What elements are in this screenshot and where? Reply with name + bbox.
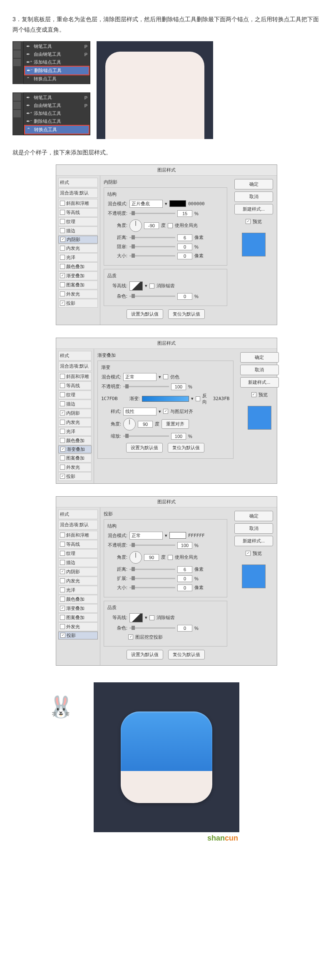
chk-outer-glow[interactable]: 外发光 — [58, 463, 92, 472]
chk-contour-sub[interactable]: 等高线 — [58, 208, 98, 217]
styles-header[interactable]: 样式 — [58, 351, 92, 361]
chk-bevel[interactable]: 斜面和浮雕 — [58, 372, 92, 381]
chk-inner-glow[interactable]: 内发光 — [58, 244, 98, 253]
checkbox-icon[interactable]: ✓ — [128, 634, 133, 639]
spread-slider[interactable] — [129, 578, 175, 579]
opacity-slider[interactable] — [129, 213, 175, 214]
checkbox-icon[interactable] — [196, 396, 200, 401]
chk-drop-shadow[interactable]: ✓投影 — [58, 299, 98, 308]
styles-header[interactable]: 样式 — [58, 178, 98, 187]
size-slider[interactable] — [129, 587, 175, 588]
new-style-button[interactable]: 新建样式... — [234, 204, 273, 214]
chk-inner-glow[interactable]: 内发光 — [58, 418, 92, 427]
set-default-button[interactable]: 设置为默认值 — [127, 650, 163, 659]
chk-grad-overlay[interactable]: ✓渐变叠加 — [58, 445, 92, 453]
chk-texture-sub[interactable]: 纹理 — [58, 549, 98, 558]
size-slider[interactable] — [129, 255, 175, 256]
chk-stroke[interactable]: 描边 — [58, 558, 98, 567]
scale-value[interactable]: 100 — [171, 433, 186, 440]
chk-inner-shadow[interactable]: ✓内阴影 — [58, 409, 92, 418]
chk-texture-sub[interactable]: 纹理 — [58, 217, 98, 226]
chk-contour-sub[interactable]: 等高线 — [58, 381, 92, 390]
reset-default-button[interactable]: 复位为默认值 — [168, 443, 204, 453]
chk-contour-sub[interactable]: 等高线 — [58, 540, 98, 549]
chk-outer-glow[interactable]: 外发光 — [58, 290, 98, 298]
noise-value[interactable]: 0 — [177, 293, 192, 300]
checkbox-icon[interactable] — [149, 284, 154, 289]
blend-default[interactable]: 混合选项:默认 — [58, 361, 92, 371]
chk-bevel[interactable]: 斜面和浮雕 — [58, 531, 98, 540]
delete-anchor[interactable]: ✒⁻删除锚点工具 — [25, 117, 89, 125]
opacity-value[interactable]: 100 — [177, 542, 192, 549]
opacity-slider[interactable] — [123, 386, 169, 387]
chk-satin[interactable]: 光泽 — [58, 586, 98, 594]
noise-slider[interactable] — [129, 627, 175, 629]
gradient-picker[interactable] — [142, 396, 189, 402]
checkbox-icon[interactable] — [163, 374, 168, 379]
chk-drop-shadow[interactable]: ✓投影 — [58, 472, 92, 481]
pen-tool[interactable]: ✒钢笔工具P — [25, 42, 89, 50]
add-anchor[interactable]: ✒⁺添加锚点工具 — [25, 109, 89, 117]
ok-button[interactable]: 确定 — [240, 352, 279, 363]
cancel-button[interactable]: 取消 — [234, 523, 273, 534]
opacity-value[interactable]: 100 — [171, 383, 186, 390]
checkbox-icon[interactable]: ✓ — [251, 392, 256, 397]
color-swatch[interactable] — [169, 200, 186, 207]
ok-button[interactable]: 确定 — [234, 511, 273, 521]
convert-point[interactable]: ⌃转换点工具 — [25, 75, 89, 83]
freeform-pen[interactable]: ✒自由钢笔工具P — [25, 102, 89, 109]
angle-value[interactable]: 90 — [138, 421, 153, 428]
reset-default-button[interactable]: 复位为默认值 — [168, 309, 205, 319]
style-select[interactable]: 线性 — [123, 408, 157, 415]
checkbox-icon[interactable]: ✓ — [246, 551, 251, 556]
scale-slider[interactable] — [123, 435, 169, 437]
set-default-button[interactable]: 设置为默认值 — [127, 309, 163, 319]
angle-value[interactable]: -90 — [144, 222, 159, 229]
dist-slider[interactable] — [129, 569, 175, 570]
chk-outer-glow[interactable]: 外发光 — [58, 622, 98, 631]
blend-default[interactable]: 混合选项:默认 — [58, 520, 98, 530]
chk-satin[interactable]: 光泽 — [58, 427, 92, 436]
choke-value[interactable]: 0 — [177, 244, 192, 250]
opacity-value[interactable]: 15 — [177, 210, 192, 217]
noise-value[interactable]: 0 — [177, 625, 192, 632]
color-swatch[interactable] — [169, 532, 186, 539]
chk-color-overlay[interactable]: 颜色叠加 — [58, 595, 98, 604]
ok-button[interactable]: 确定 — [234, 179, 273, 189]
freeform-pen[interactable]: ✒自由钢笔工具P — [25, 50, 89, 58]
chk-stroke[interactable]: 描边 — [58, 226, 98, 235]
checkbox-icon[interactable] — [168, 555, 173, 560]
reset-align-button[interactable]: 重置对齐 — [162, 419, 189, 429]
chk-color-overlay[interactable]: 颜色叠加 — [58, 436, 92, 445]
new-style-button[interactable]: 新建样式... — [240, 377, 279, 388]
dist-slider[interactable] — [129, 237, 175, 238]
chk-pattern-overlay[interactable]: 图案叠加 — [58, 281, 98, 289]
new-style-button[interactable]: 新建样式... — [234, 536, 273, 546]
styles-header[interactable]: 样式 — [58, 510, 98, 519]
chk-pattern-overlay[interactable]: 图案叠加 — [58, 454, 92, 463]
blend-select[interactable]: 正片叠底 — [129, 200, 163, 208]
chk-inner-shadow[interactable]: ✓内阴影 — [58, 567, 98, 576]
size-value[interactable]: 0 — [177, 585, 192, 591]
set-default-button[interactable]: 设置为默认值 — [126, 443, 163, 453]
angle-value[interactable]: 90 — [144, 554, 159, 561]
chk-inner-shadow[interactable]: ✓内阴影 — [58, 236, 98, 244]
reset-default-button[interactable]: 复位为默认值 — [168, 650, 205, 659]
chk-inner-glow[interactable]: 内发光 — [58, 577, 98, 585]
blend-default[interactable]: 混合选项:默认 — [58, 188, 98, 198]
chk-grad-overlay[interactable]: ✓渐变叠加 — [58, 604, 98, 613]
chk-texture-sub[interactable]: 纹理 — [58, 391, 92, 399]
checkbox-icon[interactable] — [149, 615, 154, 620]
add-anchor[interactable]: ✒⁺添加锚点工具 — [25, 58, 89, 66]
dist-value[interactable]: 6 — [177, 566, 192, 573]
blend-select[interactable]: 正常 — [123, 373, 157, 381]
opacity-slider[interactable] — [129, 545, 175, 546]
checkbox-icon[interactable]: ✓ — [163, 409, 168, 414]
chk-satin[interactable]: 光泽 — [58, 253, 98, 262]
convert-point[interactable]: ⌃转换点工具 — [25, 125, 89, 134]
checkbox-icon[interactable]: ✓ — [246, 219, 251, 224]
chk-pattern-overlay[interactable]: 图案叠加 — [58, 613, 98, 622]
chk-grad-overlay[interactable]: ✓渐变叠加 — [58, 271, 98, 280]
chk-bevel[interactable]: 斜面和浮雕 — [58, 199, 98, 208]
angle-dial[interactable] — [129, 551, 142, 564]
